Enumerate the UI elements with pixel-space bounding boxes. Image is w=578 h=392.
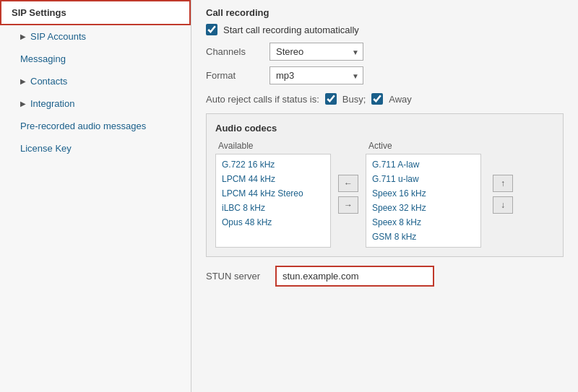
busy-label: Busy; [342,94,366,105]
sidebar-item-sip-accounts[interactable]: ▶ SIP Accounts [0,25,191,48]
main-content: Call recording Start call recording auto… [191,0,578,392]
move-up-button[interactable]: ↑ [493,175,513,192]
license-key-label: License Key [20,143,72,154]
chevron-icon: ▶ [20,32,26,40]
channels-select[interactable]: Stereo Mono [269,43,363,61]
sidebar-item-messaging[interactable]: Messaging [0,48,191,70]
auto-record-row: Start call recording automatically [206,24,564,35]
codec-ilbc[interactable]: iLBC 8 kHz [216,201,330,215]
sidebar-item-license-key[interactable]: License Key [0,137,191,160]
format-label: Format [206,70,264,81]
codec-speex32[interactable]: Speex 32 kHz [366,201,480,215]
format-dropdown-wrapper: mp3 wav ogg ▼ [269,66,363,84]
audio-codecs-section: Audio codecs Available G.722 16 kHz LPCM… [206,113,564,257]
channels-row: Channels Stereo Mono ▼ [206,43,564,61]
available-column: Available G.722 16 kHz LPCM 44 kHz LPCM … [215,141,331,248]
chevron-icon-integration: ▶ [20,100,26,108]
auto-reject-label: Auto reject calls if status is: [206,94,319,105]
move-left-button[interactable]: ← [338,175,358,192]
active-list[interactable]: G.711 A-law G.711 u-law Speex 16 kHz Spe… [366,154,481,248]
codec-opus48[interactable]: Opus 48 kHz [216,215,330,230]
codec-lpcm44[interactable]: LPCM 44 kHz [216,172,330,186]
sip-settings-label: SIP Settings [12,7,66,18]
channels-dropdown-wrapper: Stereo Mono ▼ [269,43,363,61]
away-checkbox[interactable] [371,93,383,105]
sidebar-item-sip-settings[interactable]: SIP Settings [0,0,191,25]
stun-server-row: STUN server [206,266,564,287]
pre-recorded-label: Pre-recorded audio messages [20,121,146,131]
sidebar-item-pre-recorded[interactable]: Pre-recorded audio messages [0,115,191,137]
sidebar-item-contacts[interactable]: ▶ Contacts [0,70,191,92]
integration-label: Integration [30,98,74,109]
move-right-button[interactable]: → [338,196,358,214]
messaging-label: Messaging [20,53,66,64]
chevron-icon-contacts: ▶ [20,77,26,85]
codec-g722[interactable]: G.722 16 kHz [216,157,330,172]
codec-gsm8[interactable]: GSM 8 kHz [366,230,480,244]
auto-record-checkbox[interactable] [206,24,217,35]
call-recording-title: Call recording [206,7,564,18]
away-label: Away [389,94,412,105]
auto-record-label: Start call recording automatically [223,25,359,35]
contacts-label: Contacts [30,76,67,87]
available-list[interactable]: G.722 16 kHz LPCM 44 kHz LPCM 44 kHz Ste… [215,154,331,248]
audio-codecs-title: Audio codecs [215,123,554,134]
available-title: Available [215,141,331,151]
format-select[interactable]: mp3 wav ogg [269,66,363,84]
codec-g711alaw[interactable]: G.711 A-law [366,157,480,172]
format-row: Format mp3 wav ogg ▼ [206,66,564,84]
codec-order-arrows: ↑ ↓ [493,175,513,214]
call-recording-section: Call recording Start call recording auto… [206,7,564,84]
channels-label: Channels [206,46,264,57]
move-down-button[interactable]: ↓ [493,196,513,214]
sip-accounts-label: SIP Accounts [30,31,86,42]
busy-checkbox[interactable] [325,93,337,105]
stun-label: STUN server [206,271,264,282]
codec-g711ulaw[interactable]: G.711 u-law [366,172,480,186]
codec-transfer-arrows: ← → [338,175,358,214]
active-column: Active G.711 A-law G.711 u-law Speex 16 … [366,141,481,248]
codec-lpcm44stereo[interactable]: LPCM 44 kHz Stereo [216,186,330,201]
codec-speex16[interactable]: Speex 16 kHz [366,186,480,201]
sidebar: SIP Settings ▶ SIP Accounts Messaging ▶ … [0,0,191,392]
sidebar-item-integration[interactable]: ▶ Integration [0,92,191,115]
stun-input[interactable] [275,266,434,287]
auto-reject-row: Auto reject calls if status is: Busy; Aw… [206,93,564,105]
codecs-layout: Available G.722 16 kHz LPCM 44 kHz LPCM … [215,141,554,248]
active-title: Active [366,141,481,151]
codec-g729[interactable]: G.729 8 kHz [366,244,480,248]
codec-speex8[interactable]: Speex 8 kHz [366,215,480,230]
